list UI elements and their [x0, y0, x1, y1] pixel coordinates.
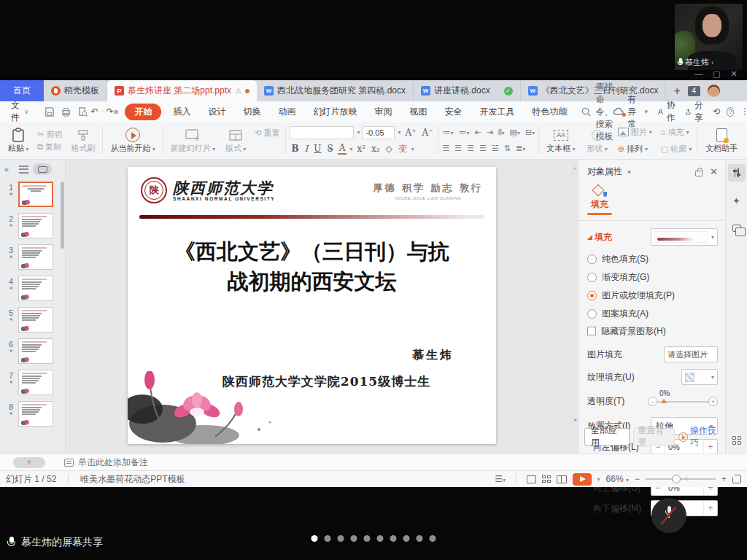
superscript-icon[interactable]: x²: [355, 144, 367, 154]
fill-option-2[interactable]: 图片或纹理填充(P): [587, 287, 718, 304]
app-grid-button[interactable]: [728, 432, 746, 449]
bullet-list-icon[interactable]: ≔▾: [442, 128, 453, 137]
texture-dropdown[interactable]: ▾: [681, 369, 718, 385]
align-justify-icon[interactable]: ☰: [479, 144, 487, 153]
zoom-knob[interactable]: [672, 475, 681, 483]
page-dot-3[interactable]: [338, 535, 344, 542]
page-dot-8[interactable]: [403, 535, 410, 542]
doc-assistant-button[interactable]: 文档助手: [702, 125, 741, 155]
transparency-minus-button[interactable]: −: [648, 397, 657, 406]
page-dot-2[interactable]: [325, 535, 331, 542]
fill-option-1[interactable]: 渐变填充(G): [587, 268, 718, 286]
reset-button[interactable]: ⟲重置: [252, 127, 282, 139]
menu-item-视图[interactable]: 视图: [403, 104, 433, 120]
outline-view-icon[interactable]: [19, 166, 28, 174]
page-dot-4[interactable]: [351, 535, 357, 542]
undo-icon[interactable]: ↶: [91, 106, 98, 117]
pin-panel-icon[interactable]: [695, 171, 703, 176]
clear-format-icon[interactable]: ◇: [384, 144, 394, 154]
fill-option-0[interactable]: 纯色填充(S): [587, 250, 718, 268]
layout-button[interactable]: 版式 ▾: [222, 125, 249, 155]
slide-thumbnail-2[interactable]: 2✶: [0, 210, 65, 241]
font-color-icon[interactable]: A: [338, 143, 347, 155]
subscript-icon[interactable]: x₂: [370, 144, 382, 154]
numbered-list-icon[interactable]: ≕▾: [458, 128, 469, 137]
play-from-current-button[interactable]: 从当前开始 ▾: [107, 125, 158, 155]
effects-rail-button[interactable]: ✦: [728, 192, 746, 209]
page-dot-6[interactable]: [377, 535, 384, 542]
zoom-slider[interactable]: [646, 474, 716, 484]
cut-button[interactable]: ✂剪切: [35, 128, 64, 141]
print-preview-icon[interactable]: [77, 106, 88, 117]
slider-marker-icon[interactable]: [661, 399, 667, 403]
thumbnail-view-toggle[interactable]: [33, 163, 52, 175]
notes-toggle-icon[interactable]: ☰▾: [495, 474, 506, 484]
slide-thumbnail-4[interactable]: 4✶: [0, 273, 65, 304]
increase-font-icon[interactable]: A⁺: [403, 128, 417, 138]
present-tools-button[interactable]: 演示工具 ▾: [744, 125, 747, 155]
slide-thumbnail-7[interactable]: 7✶: [0, 367, 65, 398]
fullscreen-icon[interactable]: [732, 475, 741, 483]
page-dot-10[interactable]: [430, 535, 436, 542]
hide-background-checkbox[interactable]: 隐藏背景图形(H): [587, 322, 718, 340]
fill-button[interactable]: ⌂填充▾: [659, 126, 694, 139]
format-painter-button[interactable]: 格式刷: [67, 125, 98, 155]
help-icon[interactable]: ?: [727, 107, 734, 117]
slide-thumbnail-6[interactable]: 6✶: [0, 335, 65, 367]
slide-thumbnail-5[interactable]: 5✶: [0, 304, 65, 335]
pane-resize-handle[interactable]: ˄◂: [573, 160, 578, 454]
fill-option-3[interactable]: 图案填充(A): [587, 305, 718, 322]
increase-indent-icon[interactable]: ⇥: [487, 128, 493, 137]
shapes-button[interactable]: 形状 ▾: [583, 125, 611, 155]
text-effect-icon[interactable]: 变: [397, 143, 409, 155]
zoom-percent[interactable]: 66% ▾: [606, 474, 629, 484]
slide-thumbnail-1[interactable]: 1✶: [0, 179, 65, 210]
slide-author[interactable]: 慕生炜: [412, 348, 454, 363]
reading-view-icon[interactable]: [557, 475, 567, 483]
selection-rail-button[interactable]: [728, 219, 746, 237]
font-name-input[interactable]: [290, 126, 354, 139]
editing-canvas[interactable]: 陕 陕西师范大学 SHAANXI NORMAL UNIVERSITY 厚德 积学…: [66, 160, 578, 454]
plus-icon[interactable]: +: [704, 503, 717, 513]
apply-all-button[interactable]: 全部应用: [584, 428, 630, 446]
copy-button[interactable]: ⧉复制: [35, 141, 64, 153]
line-spacing-icon[interactable]: ⇅: [504, 144, 511, 153]
strikethrough-icon[interactable]: S: [325, 144, 334, 154]
underline-icon[interactable]: U: [312, 144, 322, 154]
menu-item-开发工具[interactable]: 开发工具: [473, 104, 520, 120]
paragraph-spacing-icon[interactable]: ≣▾: [516, 144, 525, 153]
notes-placeholder[interactable]: 单击此处添加备注: [78, 456, 148, 469]
slide-thumbnail-8[interactable]: 8✶: [0, 398, 65, 429]
align-right-icon[interactable]: ☰: [467, 144, 474, 153]
slide-title[interactable]: 《西北文艺》（三日刊）与抗 战初期的西安文坛: [128, 237, 496, 297]
columns-icon[interactable]: ▤▾: [510, 128, 520, 137]
menu-item-插入[interactable]: 插入: [167, 104, 196, 120]
fill-preview-dropdown[interactable]: ▾: [651, 228, 718, 246]
properties-rail-button[interactable]: [728, 164, 746, 182]
close-panel-icon[interactable]: ✕: [710, 166, 718, 177]
picture-button[interactable]: 图片▾: [616, 126, 654, 139]
normal-view-icon[interactable]: [527, 475, 536, 483]
fill-tab[interactable]: 填充: [587, 184, 612, 215]
insert-symbol-icon[interactable]: ⊟▾: [525, 128, 535, 137]
font-size-input[interactable]: -0.05: [363, 126, 395, 139]
zoom-in-button[interactable]: +: [721, 474, 727, 484]
paste-button[interactable]: 粘贴 ▾: [4, 125, 32, 155]
play-options-icon[interactable]: ▾: [597, 476, 600, 483]
page-dot-9[interactable]: [417, 535, 423, 542]
align-center-icon[interactable]: ☰: [454, 144, 462, 153]
menu-item-设计[interactable]: 设计: [202, 104, 231, 120]
page-dot-7[interactable]: [390, 535, 397, 542]
add-slide-button[interactable]: +: [13, 457, 45, 468]
transparency-plus-button[interactable]: +: [708, 397, 718, 406]
slide-sorter-icon[interactable]: [542, 475, 551, 483]
more-menu-icon[interactable]: ⋮: [740, 106, 747, 117]
thumbnail-scrollbar[interactable]: [61, 182, 64, 249]
menu-item-切换[interactable]: 切换: [237, 104, 266, 120]
mute-mic-button[interactable]: [651, 498, 686, 533]
more-tools-icon[interactable]: »: [114, 106, 119, 117]
menu-item-审阅[interactable]: 审阅: [368, 104, 398, 120]
tab-home[interactable]: 首页: [0, 80, 44, 101]
minimize-button[interactable]: —: [694, 70, 703, 78]
menu-item-特色功能[interactable]: 特色功能: [526, 104, 573, 120]
